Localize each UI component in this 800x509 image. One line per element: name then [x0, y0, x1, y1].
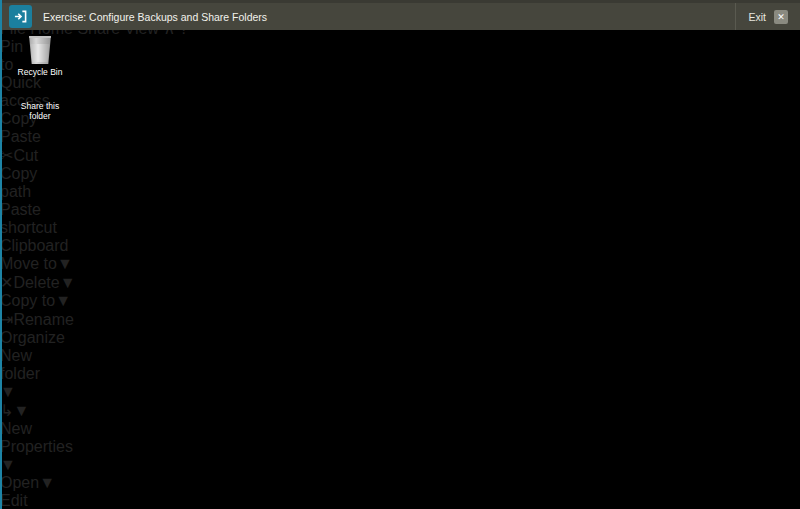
ribbon: Pin to Quick access Copy Paste ✂Cut Copy…	[0, 38, 800, 509]
ribbon-group-new: New folder ▼ ↳▼ New	[0, 347, 57, 438]
paste-shortcut-button[interactable]: Paste shortcut	[0, 201, 57, 236]
edit-button[interactable]: Edit	[0, 492, 28, 509]
group-label-organize: Organize	[0, 329, 101, 347]
desktop-icon-share-folder[interactable]: Share this folder	[5, 101, 75, 121]
exit-button[interactable]: Exit ✕	[735, 3, 800, 30]
desktop-icon-recycle-bin[interactable]: Recycle Bin	[5, 36, 75, 77]
rename-button[interactable]: ⇥Rename	[0, 311, 74, 328]
chevron-down-icon: ▼	[0, 383, 16, 400]
exercise-header: Exercise: Configure Backups and Share Fo…	[0, 0, 800, 30]
chevron-down-icon: ▼	[60, 274, 76, 291]
chevron-down-icon: ▼	[13, 402, 29, 419]
exit-close-icon[interactable]: ✕	[774, 10, 788, 24]
delete-x-icon: ✕	[0, 274, 13, 291]
easy-access-icon: ↳	[0, 402, 13, 419]
share-folder-label-2: folder	[5, 111, 75, 121]
move-to-button[interactable]: Move to▼	[0, 255, 73, 272]
explorer-window: | ✓ ▾ | Desktop — □ ✕ File Home Share Vi…	[0, 0, 800, 509]
rename-icon: ⇥	[0, 311, 13, 328]
open-button[interactable]: Open▼	[0, 474, 55, 491]
group-label-clipboard: Clipboard	[0, 237, 152, 255]
app-logo-icon[interactable]	[9, 5, 32, 28]
share-folder-label-1: Share this	[5, 101, 75, 111]
copy-path-button[interactable]: Copy path	[0, 165, 37, 200]
scissors-icon: ✂	[0, 147, 13, 164]
new-item-button[interactable]: ▼	[0, 383, 16, 400]
chevron-down-icon: ▼	[55, 292, 71, 309]
exercise-title: Exercise: Configure Backups and Share Fo…	[43, 11, 267, 23]
delete-button[interactable]: ✕Delete▼	[0, 274, 76, 291]
ribbon-group-open: Properties ▼ Open▼ Edit ↻History Open	[0, 438, 88, 509]
cut-button[interactable]: ✂Cut	[0, 147, 38, 164]
left-accent-border	[0, 0, 2, 509]
group-label-new: New	[0, 420, 57, 438]
exit-label: Exit	[748, 11, 766, 23]
paste-button[interactable]: Paste	[0, 128, 27, 146]
recycle-bin-label: Recycle Bin	[5, 67, 75, 77]
new-folder-button[interactable]: New folder	[0, 347, 34, 383]
copy-to-button[interactable]: Copy to▼	[0, 292, 71, 309]
properties-button[interactable]: Properties ▼	[0, 438, 36, 474]
easy-access-button[interactable]: ↳▼	[0, 402, 29, 419]
ribbon-group-organize: Move to▼ ✕Delete▼ Copy to▼ ⇥Rename Organ…	[0, 255, 101, 347]
chevron-down-icon: ▼	[57, 255, 73, 272]
chevron-down-icon: ▼	[39, 474, 55, 491]
chevron-down-icon: ▼	[0, 456, 16, 473]
recycle-bin-icon	[27, 36, 53, 64]
